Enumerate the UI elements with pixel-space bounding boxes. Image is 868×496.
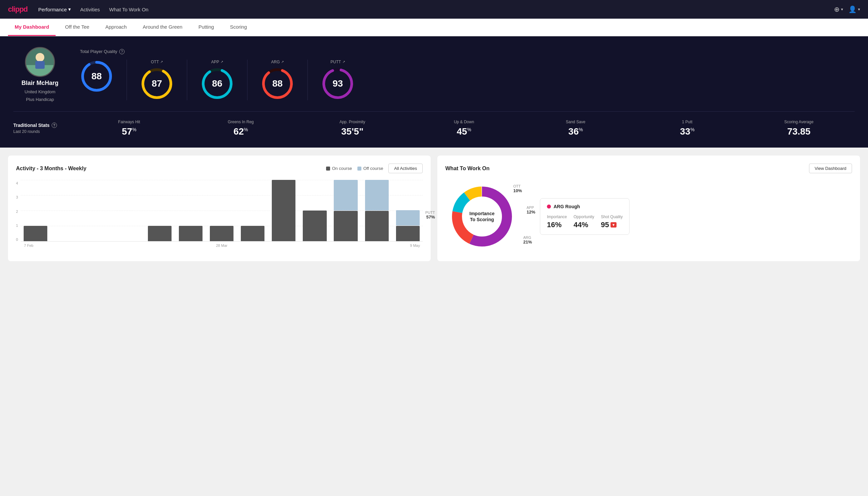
activity-card: Activity - 3 Months - Weekly On course O… — [8, 156, 431, 261]
bar-on-course — [210, 226, 234, 241]
chevron-down-icon: ▾ — [68, 6, 71, 12]
tab-around-the-green[interactable]: Around the Green — [136, 19, 189, 36]
ott-label: OTT 10% — [513, 184, 522, 193]
donut-center-text: ImportanceTo Scoring — [469, 211, 494, 222]
stats-row: Traditional Stats ? Last 20 rounds Fairw… — [13, 111, 855, 137]
y-label-4: 4 — [16, 181, 18, 185]
user-menu-button[interactable]: 👤 ▾ — [848, 5, 860, 13]
logo[interactable]: clippd — [8, 5, 28, 14]
x-label-feb: 7 Feb — [24, 244, 33, 248]
bar-on-course — [23, 226, 47, 241]
activity-title: Activity - 3 Months - Weekly — [16, 166, 86, 172]
tpq-label: Total Player Quality ? — [80, 49, 855, 54]
info-card-dot — [547, 204, 551, 208]
tab-approach[interactable]: Approach — [99, 19, 133, 36]
stat-sand-save: Sand Save 36% — [520, 120, 632, 137]
stat-scoring-average: Scoring Average 73.85 — [743, 120, 855, 137]
trend-up-icon: ↗ — [343, 60, 345, 64]
bar-on-course — [179, 226, 203, 241]
wtwo-title: What To Work On — [445, 166, 490, 172]
score-card-arg: ARG ↗ 88 — [248, 60, 308, 100]
help-icon[interactable]: ? — [119, 49, 125, 54]
bar-on-course — [303, 211, 327, 241]
legend-off-course: Off course — [358, 166, 383, 171]
nav-right: ⊕ ▾ 👤 ▾ — [834, 5, 860, 13]
wtwo-header: What To Work On View Dashboard — [445, 164, 852, 173]
bar-group — [176, 180, 206, 241]
chevron-down-icon: ▾ — [841, 7, 843, 12]
bar-on-course — [334, 211, 358, 242]
all-activities-button[interactable]: All Activities — [388, 164, 423, 173]
bar-group — [114, 180, 144, 241]
tab-putting[interactable]: Putting — [192, 19, 221, 36]
stat-app-proximity: App. Proximity 35'5" — [297, 120, 408, 137]
nav-performance[interactable]: Performance ▾ — [38, 6, 71, 12]
top-nav: clippd Performance ▾ Activities What To … — [0, 0, 868, 19]
score-cards: 88 OTT ↗ 87 — [80, 60, 855, 100]
wtwo-content: ImportanceTo Scoring OTT 10% APP 12% ARG… — [445, 180, 852, 253]
arg-label: ARG 21% — [523, 235, 532, 245]
player-info: Blair McHarg United Kingdom Plus Handica… — [13, 47, 67, 102]
avatar — [25, 47, 55, 77]
player-handicap: Plus Handicap — [26, 97, 54, 102]
on-course-dot — [326, 167, 330, 171]
info-card: ARG Rough Importance 16% Opportunity 44%… — [540, 198, 630, 235]
bar-on-course — [148, 226, 172, 241]
stat-1-putt: 1 Putt 33% — [632, 120, 743, 137]
hero-top: Blair McHarg United Kingdom Plus Handica… — [13, 47, 855, 102]
stat-fairways-hit: Fairways Hit 57% — [73, 120, 185, 137]
nav-links: Performance ▾ Activities What To Work On — [38, 6, 148, 12]
y-label-0: 0 — [16, 237, 18, 242]
bar-group — [145, 180, 175, 241]
bar-group — [269, 180, 298, 241]
trend-up-icon: ↗ — [221, 60, 223, 64]
circle-main: 88 — [80, 60, 113, 93]
bar-group — [207, 180, 236, 241]
x-label-may: 9 May — [410, 244, 420, 248]
tab-my-dashboard[interactable]: My Dashboard — [8, 19, 56, 36]
score-card-main: 88 — [80, 60, 127, 100]
app-label: APP 12% — [526, 205, 535, 215]
score-card-app: APP ↗ 86 — [187, 60, 248, 100]
tab-off-the-tee[interactable]: Off the Tee — [58, 19, 96, 36]
stat-label-section: Traditional Stats ? Last 20 rounds — [13, 123, 73, 134]
bar-group — [52, 180, 81, 241]
nav-activities[interactable]: Activities — [80, 7, 100, 12]
off-course-dot — [358, 167, 361, 171]
info-stats: Importance 16% Opportunity 44% Shot Qual… — [547, 215, 622, 229]
nav-what-to-work-on[interactable]: What To Work On — [109, 7, 148, 12]
view-dashboard-button[interactable]: View Dashboard — [809, 164, 852, 173]
bar-group — [83, 180, 112, 241]
bar-group — [21, 180, 50, 241]
chevron-down-icon: ▾ — [858, 7, 860, 12]
putt-label: PUTT 57% — [425, 211, 435, 219]
y-label-3: 3 — [16, 195, 18, 199]
tab-scoring[interactable]: Scoring — [223, 19, 253, 36]
circle-putt: 93 — [321, 67, 354, 100]
bar-off-course — [334, 180, 358, 211]
player-country: United Kingdom — [25, 89, 56, 94]
activity-legend: On course Off course — [326, 166, 383, 171]
bar-group — [300, 180, 329, 241]
stats-help-icon[interactable]: ? — [52, 123, 57, 128]
wtwo-card: What To Work On View Dashboard Importanc… — [437, 156, 860, 261]
svg-point-2 — [36, 53, 44, 62]
bar-on-course — [241, 226, 265, 241]
bottom-section: Activity - 3 Months - Weekly On course O… — [0, 148, 868, 269]
bar-group — [393, 180, 423, 241]
bar-group — [362, 180, 392, 241]
stat-up-down: Up & Down 45% — [408, 120, 520, 137]
circle-ott: 87 — [140, 67, 174, 100]
svg-rect-3 — [35, 61, 45, 68]
bar-group — [331, 180, 361, 241]
info-stat-shot-quality: Shot Quality 95 ▼ — [601, 215, 622, 229]
bar-group — [238, 180, 267, 241]
bar-off-course — [365, 180, 389, 211]
y-label-1: 1 — [16, 223, 18, 228]
legend-on-course: On course — [326, 166, 352, 171]
info-stat-opportunity: Opportunity 44% — [573, 215, 594, 229]
info-stat-importance: Importance 16% — [547, 215, 567, 229]
add-button[interactable]: ⊕ ▾ — [834, 5, 843, 13]
circle-arg: 88 — [261, 67, 294, 100]
bar-on-course — [396, 226, 420, 241]
